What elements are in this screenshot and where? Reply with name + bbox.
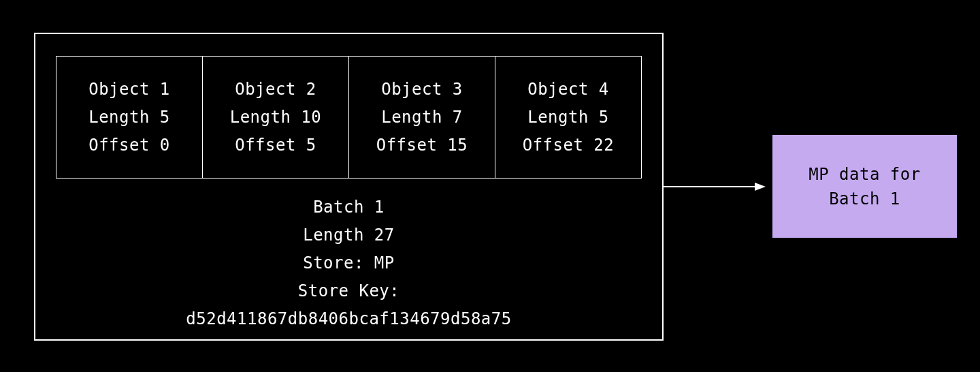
object-length: Length 7 <box>349 104 495 131</box>
batch-container: Object 1 Length 5 Offset 0 Object 2 Leng… <box>34 33 664 341</box>
batch-info: Batch 1 Length 27 Store: MP Store Key: d… <box>56 193 642 332</box>
objects-row: Object 1 Length 5 Offset 0 Object 2 Leng… <box>56 56 642 179</box>
object-offset: Offset 5 <box>203 131 348 159</box>
object-name: Object 4 <box>495 76 641 104</box>
batch-name: Batch 1 <box>56 193 642 221</box>
batch-store-key: d52d411867db8406bcaf134679d58a75 <box>56 305 642 333</box>
object-offset: Offset 15 <box>349 131 495 159</box>
object-cell-2: Object 2 Length 10 Offset 5 <box>203 57 349 178</box>
object-length: Length 10 <box>203 104 348 131</box>
object-length: Length 5 <box>56 104 202 131</box>
object-name: Object 1 <box>56 76 202 104</box>
batch-store-key-label: Store Key: <box>56 277 642 305</box>
object-name: Object 3 <box>349 76 495 104</box>
object-offset: Offset 22 <box>495 131 641 159</box>
mp-data-line2: Batch 1 <box>829 187 900 211</box>
object-cell-4: Object 4 Length 5 Offset 22 <box>495 57 641 178</box>
arrow-icon <box>664 183 766 191</box>
object-cell-1: Object 1 Length 5 Offset 0 <box>56 57 203 178</box>
object-name: Object 2 <box>203 76 348 104</box>
object-offset: Offset 0 <box>56 131 202 159</box>
batch-store: Store: MP <box>56 249 642 277</box>
batch-length: Length 27 <box>56 221 642 249</box>
object-cell-3: Object 3 Length 7 Offset 15 <box>349 57 495 178</box>
object-length: Length 5 <box>495 104 641 131</box>
svg-marker-1 <box>755 183 766 191</box>
mp-data-box: MP data for Batch 1 <box>771 134 958 239</box>
mp-data-line1: MP data for <box>808 162 920 187</box>
